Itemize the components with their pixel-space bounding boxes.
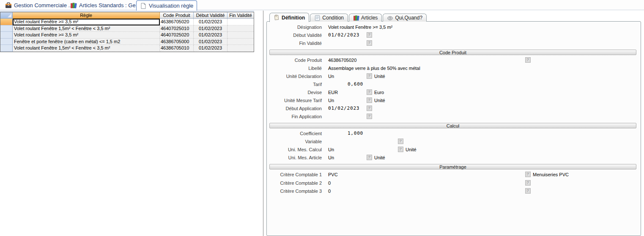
- help-button[interactable]: ?: [398, 147, 403, 152]
- table-row[interactable]: Volet roulant Fenêtre 1,5m² < Fenêtre < …: [0, 45, 254, 52]
- window-tab-label: Gestion Commerciale ...: [14, 2, 73, 8]
- tab-qui-quand[interactable]: Qui,Quand?: [383, 14, 427, 22]
- window-tab-articles-standards[interactable]: Articles Standards : Ge...: [67, 1, 144, 10]
- field-label: Uni. Mes. Calcul: [267, 147, 322, 153]
- column-header-regle[interactable]: Règle: [13, 12, 160, 19]
- row-selector[interactable]: [0, 32, 13, 39]
- help-button[interactable]: ?: [525, 172, 531, 177]
- cell-regle[interactable]: Fenêtre et porte fenêtre (cadre en métal…: [13, 39, 160, 45]
- cell-debut-validite[interactable]: 01/02/2023: [194, 39, 227, 45]
- cell-fin-validite[interactable]: [227, 45, 254, 52]
- help-button[interactable]: ?: [525, 57, 531, 63]
- table-row[interactable]: Fenêtre et porte fenêtre (cadre en métal…: [0, 39, 254, 45]
- field-suffix: Unité: [374, 73, 385, 79]
- tab-definition[interactable]: Définition: [269, 13, 309, 22]
- cell-regle[interactable]: Volet roulant Fenêtre >= 3,5 m²: [13, 19, 160, 25]
- cell-code-produit[interactable]: 46386705000: [160, 39, 194, 45]
- field-code-produit: Code Produit 46386705020 ?: [267, 57, 641, 64]
- help-button[interactable]: ?: [367, 155, 372, 160]
- help-button[interactable]: ?: [525, 180, 531, 186]
- section-header-parametrage: Paramétrage: [269, 164, 636, 169]
- row-selector[interactable]: [0, 19, 13, 25]
- field-suffix: Unité: [374, 155, 385, 161]
- row-selector[interactable]: [0, 25, 13, 32]
- cell-regle[interactable]: Volet roulant Fenêtre 1,5m² < Fenêtre < …: [13, 45, 160, 52]
- help-button[interactable]: ?: [367, 73, 372, 79]
- cell-code-produit[interactable]: 46407025010: [160, 25, 194, 32]
- cell-debut-validite[interactable]: 01/02/2023: [194, 32, 227, 39]
- cell-fin-validite[interactable]: [227, 25, 254, 32]
- help-button[interactable]: ?: [367, 114, 372, 119]
- section-title: Code Produit: [439, 50, 466, 55]
- field-value: 01/02/2023: [328, 32, 359, 38]
- cell-fin-validite[interactable]: [227, 19, 254, 25]
- table-row[interactable]: Volet roulant Fenêtre >= 3,5 m² 46407025…: [0, 32, 254, 39]
- books-icon: [353, 15, 359, 21]
- field-uni-mes-article: Uni. Mes. Article Un ? Unité: [267, 155, 641, 161]
- column-header-code-produit[interactable]: Code Produit: [160, 12, 194, 19]
- tab-articles[interactable]: Articles: [349, 14, 382, 22]
- tab-label: Définition: [282, 15, 305, 21]
- field-value: PVC: [328, 172, 338, 178]
- row-selector[interactable]: [0, 39, 13, 45]
- detail-tab-bar: Définition Condition Articles: [269, 12, 428, 22]
- pane-splitter[interactable]: [263, 11, 263, 236]
- grid-corner-selector[interactable]: [0, 12, 13, 19]
- cell-code-produit[interactable]: 46386705020: [160, 19, 194, 25]
- tab-condition[interactable]: Condition: [310, 14, 348, 22]
- field-designation: Désignation Volet roulant Fenêtre >= 3,5…: [267, 24, 641, 31]
- window-tab-visualisation-regle[interactable]: Visualisation règle: [136, 0, 197, 11]
- field-label: Critère Comptable 2: [267, 180, 322, 186]
- help-button[interactable]: ?: [367, 32, 372, 38]
- field-debut-validite: Début Validité 01/02/2023 ?: [267, 32, 641, 39]
- rules-grid: Règle Code Produit Début Validité Fin Va…: [0, 12, 254, 52]
- help-button[interactable]: ?: [367, 97, 372, 103]
- cell-code-produit[interactable]: 46386705010: [160, 45, 194, 52]
- window-tab-gestion-commerciale[interactable]: Gestion Commerciale ...: [2, 1, 76, 10]
- field-devise: Devise EUR ? Euro: [267, 89, 641, 96]
- field-coefficient: Coefficient 1,000: [267, 130, 641, 137]
- rules-grid-pane: Règle Code Produit Début Validité Fin Va…: [0, 11, 263, 236]
- field-label: Critère Comptable 1: [267, 172, 322, 178]
- field-value: 0: [328, 188, 331, 194]
- cell-regle[interactable]: Volet roulant Fenêtre 1,5m² < Fenêtre < …: [13, 25, 160, 32]
- row-selector[interactable]: [0, 45, 13, 52]
- cell-debut-validite[interactable]: 01/02/2023: [194, 19, 227, 25]
- cell-debut-validite[interactable]: 01/02/2023: [194, 45, 227, 52]
- field-suffix: Euro: [374, 89, 384, 95]
- field-value: Un: [328, 147, 334, 153]
- column-header-fin-validite[interactable]: Fin Validité: [227, 12, 254, 19]
- section-title: Paramétrage: [439, 164, 466, 169]
- field-label: Code Produit: [267, 57, 322, 63]
- column-header-debut-validite[interactable]: Début Validité: [194, 12, 227, 19]
- page-icon: [140, 3, 147, 9]
- help-button[interactable]: ?: [525, 188, 531, 194]
- field-label: Coefficient: [267, 130, 322, 136]
- field-label: Libellé: [267, 65, 322, 71]
- field-uni-mes-calcul: Uni. Mes. Calcul Un ? Unité: [267, 147, 641, 153]
- note-icon: [274, 14, 280, 21]
- field-value: 0,600: [328, 81, 363, 87]
- field-label: Fin Application: [267, 114, 322, 119]
- cell-fin-validite[interactable]: [227, 32, 254, 39]
- field-label: Variable: [267, 139, 322, 144]
- section-header-code-produit: Code Produit: [269, 50, 636, 55]
- field-suffix: Menuiseries PVC: [533, 172, 569, 178]
- cell-regle[interactable]: Volet roulant Fenêtre >= 3,5 m²: [13, 32, 160, 39]
- field-value: Un: [328, 97, 334, 103]
- cell-debut-validite[interactable]: 01/02/2023: [194, 25, 227, 32]
- field-suffix: Unité: [374, 97, 385, 103]
- cell-fin-validite[interactable]: [227, 39, 254, 45]
- definition-panel: Désignation Volet roulant Fenêtre >= 3,5…: [266, 21, 641, 236]
- field-fin-validite: Fin Validité ?: [267, 40, 641, 47]
- toolbox-icon: [5, 2, 12, 9]
- table-row[interactable]: Volet roulant Fenêtre >= 3,5 m² 46386705…: [0, 19, 254, 25]
- field-value: 1,000: [328, 130, 363, 136]
- cell-code-produit[interactable]: 46407025020: [160, 32, 194, 39]
- table-row[interactable]: Volet roulant Fenêtre 1,5m² < Fenêtre < …: [0, 25, 254, 32]
- help-button[interactable]: ?: [398, 139, 403, 144]
- help-button[interactable]: ?: [367, 89, 372, 95]
- field-tarif: Tarif 0,600: [267, 81, 641, 88]
- help-button[interactable]: ?: [367, 106, 372, 111]
- help-button[interactable]: ?: [367, 40, 372, 46]
